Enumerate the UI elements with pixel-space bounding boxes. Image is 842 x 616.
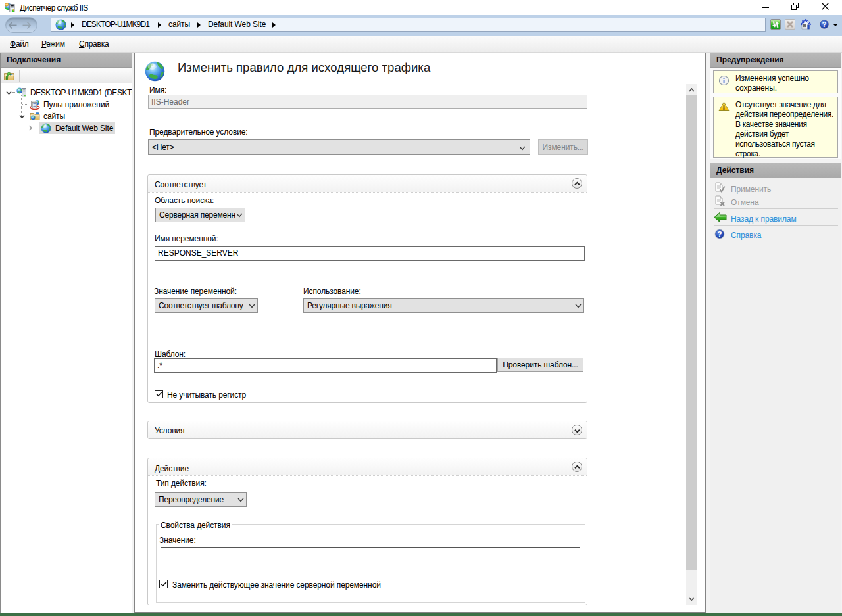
svg-text:?: ? (717, 230, 722, 238)
svg-text:?: ? (822, 20, 826, 28)
